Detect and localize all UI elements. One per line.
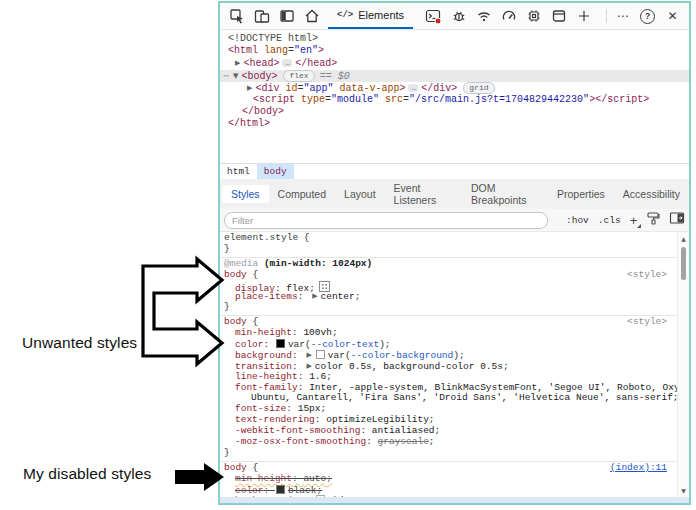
device-emulation-icon[interactable]: [249, 4, 274, 28]
dom-tree-row[interactable]: <!DOCTYPE html>: [220, 33, 689, 45]
code-token: @media: [224, 258, 258, 269]
expand-arrow-icon[interactable]: ▶: [303, 351, 314, 359]
dom-tree-row[interactable]: <script type="module" src="/src/main.js?…: [220, 94, 689, 106]
dom-tree-row[interactable]: ▶<head>…</head>: [220, 57, 689, 69]
styles-rules: element.style {}@media (min-width: 1024p…: [220, 232, 677, 497]
new-style-rule-button[interactable]: +: [630, 214, 638, 227]
stylesheet-source-label[interactable]: <style>: [627, 317, 667, 328]
home-icon[interactable]: [299, 4, 324, 28]
styles-pane: element.style {}@media (min-width: 1024p…: [220, 232, 689, 497]
collapsed-content-pill[interactable]: …: [282, 59, 292, 67]
tab-dom-breakpoints[interactable]: DOM Breakpoints: [462, 179, 548, 209]
css-line[interactable]: @media (min-width: 1024px): [220, 259, 677, 270]
css-variable-link[interactable]: --color-background: [351, 350, 454, 361]
tab-properties[interactable]: Properties: [548, 185, 614, 203]
code-token: body: [224, 316, 247, 327]
color-swatch-white[interactable]: [316, 495, 325, 497]
console-icon[interactable]: [421, 4, 446, 28]
inspect-icon[interactable]: [224, 4, 249, 28]
css-line[interactable]: element.style {: [220, 233, 677, 244]
squiggle-warning: min-height: auto;: [235, 473, 332, 484]
dom-tree-row[interactable]: </body>: [220, 106, 689, 118]
code-token: place-items: [235, 291, 298, 302]
screenshot-page: Unwanted styles My disabled styles: [0, 0, 696, 510]
tab-computed[interactable]: Computed: [269, 185, 335, 203]
css-line[interactable]: color: var(--color-text);: [220, 339, 677, 350]
code-token: "module": [331, 94, 379, 105]
expand-arrow-icon[interactable]: ▶: [309, 292, 320, 300]
dom-tree-row[interactable]: ⋯▼<body>flex== $0: [220, 70, 689, 82]
expand-arrow-icon[interactable]: ▶: [303, 362, 314, 370]
code-token: (min-width: 1024px): [258, 258, 372, 269]
css-declaration-disabled[interactable]: min-height: auto;: [220, 474, 677, 485]
network-icon[interactable]: [471, 4, 496, 28]
code-token: :: [298, 291, 309, 302]
paint-brush-icon[interactable]: [646, 211, 660, 230]
css-line[interactable]: min-height: 100vh;: [220, 328, 677, 339]
expand-arrow-icon[interactable]: ▶: [244, 84, 255, 92]
stylesheet-source-link[interactable]: (index):11: [610, 463, 667, 474]
dom-tree-row[interactable]: <html lang="en">: [220, 45, 689, 57]
code-token: 15px: [298, 403, 321, 414]
code-token: color 0.5s, background-color 0.5s: [315, 361, 503, 372]
css-line[interactable]: }: [220, 244, 677, 255]
breadcrumb-item-html[interactable]: html: [220, 164, 257, 179]
code-token: src: [379, 94, 403, 105]
stylesheet-source-label[interactable]: <style>: [627, 270, 667, 281]
code-token: {: [247, 269, 258, 280]
close-icon[interactable]: ✕: [660, 4, 685, 28]
scroll-up-icon[interactable]: ▲: [678, 235, 689, 242]
add-tools-icon[interactable]: [571, 4, 596, 28]
code-token: :: [298, 382, 309, 393]
css-line[interactable]: }: [220, 448, 677, 459]
code-token: }: [224, 243, 230, 254]
filter-input[interactable]: [224, 212, 548, 229]
tab-layout[interactable]: Layout: [335, 185, 385, 203]
scrollbar-thumb[interactable]: [681, 247, 686, 280]
css-line[interactable]: }: [220, 302, 677, 313]
color-swatch-white[interactable]: [316, 350, 325, 359]
dock-side-icon[interactable]: [274, 4, 299, 28]
code-token: </body>: [242, 106, 284, 117]
css-variable-link[interactable]: --color-text: [311, 339, 379, 350]
expand-arrow-icon[interactable]: ▶: [232, 59, 243, 67]
css-declaration-disabled[interactable]: color: black;: [220, 485, 677, 496]
flex-editor-icon[interactable]: [319, 281, 330, 292]
code-token: lang: [258, 45, 288, 56]
scroll-down-icon[interactable]: ▼: [678, 487, 689, 494]
tab-event-listeners[interactable]: Event Listeners: [385, 179, 462, 209]
css-rule-section: element.style {}: [220, 232, 677, 258]
performance-icon[interactable]: [496, 4, 521, 28]
breadcrumb-item-body[interactable]: body: [257, 164, 294, 179]
scrollbar[interactable]: ▲ ▼: [677, 232, 689, 497]
collapse-arrow-icon[interactable]: ▼: [230, 72, 241, 80]
collapsed-content-pill[interactable]: …: [408, 84, 418, 92]
css-line[interactable]: background: ▶var(--color-background);: [220, 350, 677, 361]
layout-badge[interactable]: grid: [463, 82, 494, 94]
expand-arrow-icon[interactable]: ▶: [303, 496, 314, 497]
css-line[interactable]: body {<style>: [220, 270, 677, 281]
code-token: center: [321, 291, 355, 302]
dom-tree-row[interactable]: </html>: [220, 118, 689, 130]
help-icon[interactable]: ?: [635, 4, 660, 28]
more-icon[interactable]: ⋯: [610, 4, 635, 28]
color-swatch-black[interactable]: [276, 339, 285, 348]
pseudo-state-toggle[interactable]: :hov: [566, 215, 589, 226]
debugger-icon[interactable]: [446, 4, 471, 28]
css-line[interactable]: place-items: ▶center;: [220, 291, 677, 302]
dom-tree-row[interactable]: ▶<div id="app" data-v-app>…</div>grid: [220, 82, 689, 94]
css-declaration-disabled[interactable]: background: ▶white;: [220, 495, 677, 497]
tab-accessibility[interactable]: Accessibility: [614, 185, 689, 203]
layout-badge[interactable]: flex: [283, 70, 314, 82]
color-swatch-black[interactable]: [276, 485, 285, 494]
css-line[interactable]: display: flex;: [220, 281, 677, 292]
code-token: :: [298, 371, 309, 382]
sidebar-toggle-icon[interactable]: [669, 211, 685, 229]
css-line[interactable]: -moz-osx-font-smoothing: grayscale;: [220, 437, 677, 448]
tab-styles[interactable]: Styles: [222, 185, 269, 203]
css-rule-section: body {(index):11min-height: auto;color: …: [220, 462, 677, 497]
class-toggle[interactable]: .cls: [598, 215, 621, 226]
tab-elements[interactable]: </> Elements: [328, 3, 413, 29]
memory-chip-icon[interactable]: [521, 4, 546, 28]
application-icon[interactable]: [546, 4, 571, 28]
